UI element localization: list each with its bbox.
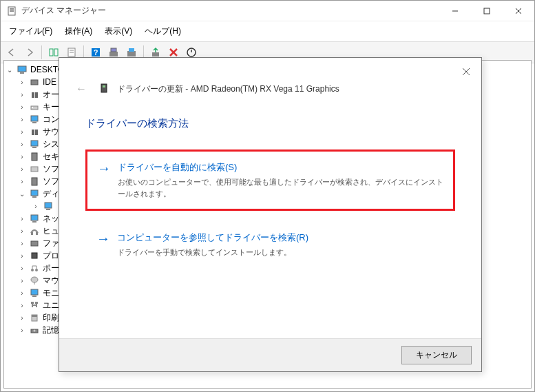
- svg-rect-30: [32, 122, 36, 123]
- device-category-icon: [29, 188, 40, 199]
- option-content: コンピューターを参照してドライバーを検索(R) ドライバーを手動で検索してインス…: [117, 231, 444, 258]
- device-category-icon: [29, 151, 40, 162]
- expand-toggle-icon[interactable]: ›: [18, 152, 26, 161]
- expand-toggle-icon[interactable]: ›: [18, 90, 26, 99]
- svg-rect-18: [152, 52, 159, 56]
- svg-rect-29: [31, 116, 38, 121]
- svg-rect-35: [32, 153, 37, 161]
- menu-action[interactable]: 操作(A): [59, 23, 98, 40]
- svg-rect-44: [31, 232, 33, 235]
- svg-rect-28: [32, 107, 33, 108]
- svg-rect-43: [32, 221, 36, 223]
- expand-toggle-icon[interactable]: ›: [18, 103, 26, 111]
- tree-item-label: 印刷: [43, 312, 59, 324]
- computer-icon: [17, 64, 28, 75]
- device-category-icon: [29, 213, 40, 224]
- expand-toggle-icon[interactable]: ›: [18, 227, 26, 235]
- option-auto-search[interactable]: → ドライバーを自動的に検索(S) お使いのコンピューターで、使用可能な最も適し…: [85, 149, 455, 211]
- svg-rect-2: [10, 10, 14, 12]
- menu-help[interactable]: ヘルプ(H): [139, 23, 187, 40]
- svg-rect-33: [31, 141, 38, 146]
- expand-toggle-icon[interactable]: ›: [18, 165, 26, 173]
- svg-point-49: [35, 269, 38, 271]
- device-category-icon: [29, 138, 40, 149]
- svg-rect-55: [35, 302, 38, 304]
- tree-item-label: ソフ: [43, 176, 59, 187]
- svg-rect-38: [31, 190, 38, 196]
- tree-item-label: ディ: [43, 188, 59, 200]
- device-category-icon: [43, 200, 54, 212]
- device-icon: [99, 83, 110, 94]
- menu-file[interactable]: ファイル(F): [3, 23, 58, 40]
- tree-item-label: キー: [43, 101, 59, 113]
- expand-toggle-icon[interactable]: ›: [18, 326, 26, 334]
- svg-rect-42: [31, 215, 38, 220]
- device-category-icon: [29, 176, 40, 187]
- device-category-icon: [29, 287, 40, 298]
- tree-item-label: プロ: [43, 250, 59, 262]
- option-description: ドライバーを手動で検索してインストールします。: [117, 247, 444, 258]
- expand-toggle-icon[interactable]: ⌄: [6, 65, 14, 74]
- option-content: ドライバーを自動的に検索(S) お使いのコンピューターで、使用可能な最も適したド…: [118, 161, 443, 199]
- expand-toggle-icon[interactable]: ›: [18, 239, 26, 247]
- tree-item-label: ファ: [43, 238, 59, 249]
- svg-rect-54: [31, 302, 34, 304]
- svg-rect-8: [54, 49, 58, 56]
- svg-rect-45: [36, 232, 38, 235]
- option-description: お使いのコンピューターで、使用可能な最も適したドライバーが検索され、デバイスにイ…: [118, 176, 443, 199]
- dialog-body: ドライバーの検索方法 → ドライバーを自動的に検索(S) お使いのコンピューター…: [59, 103, 481, 293]
- expand-toggle-icon[interactable]: ⌄: [18, 189, 26, 198]
- svg-point-48: [31, 269, 34, 271]
- tree-item-label: IDE: [43, 77, 56, 87]
- svg-rect-46: [31, 241, 38, 246]
- option-title: コンピューターを参照してドライバーを検索(R): [117, 231, 444, 244]
- expand-toggle-icon[interactable]: ›: [18, 313, 26, 322]
- expand-toggle-icon[interactable]: ›: [18, 127, 26, 136]
- window-title: デバイス マネージャー: [21, 5, 439, 17]
- device-category-icon: [29, 250, 40, 261]
- expand-toggle-icon[interactable]: ›: [32, 202, 40, 210]
- svg-text:?: ?: [94, 48, 98, 56]
- tree-item-label: コン: [43, 114, 59, 125]
- minimize-button[interactable]: [439, 1, 471, 21]
- svg-rect-52: [31, 289, 38, 295]
- svg-rect-15: [111, 48, 116, 52]
- maximize-button[interactable]: [471, 1, 503, 21]
- svg-rect-25: [32, 92, 34, 98]
- device-category-icon: [29, 163, 40, 174]
- expand-toggle-icon[interactable]: ›: [18, 140, 26, 148]
- svg-rect-41: [46, 209, 50, 210]
- expand-toggle-icon[interactable]: ›: [18, 214, 26, 223]
- tree-item-label: シス: [43, 138, 59, 150]
- svg-rect-22: [18, 66, 26, 72]
- tree-item-label: ソフ: [43, 163, 59, 175]
- device-category-icon: [29, 126, 40, 137]
- dialog-close-button[interactable]: [459, 65, 473, 79]
- device-category-icon: [29, 324, 40, 336]
- menu-view[interactable]: 表示(V): [99, 23, 138, 40]
- option-title: ドライバーを自動的に検索(S): [118, 161, 443, 174]
- expand-toggle-icon[interactable]: ›: [18, 78, 26, 86]
- close-button[interactable]: [503, 1, 534, 21]
- svg-rect-1: [10, 8, 14, 10]
- expand-toggle-icon[interactable]: ›: [18, 115, 26, 123]
- tree-item-label: マウ: [43, 275, 59, 287]
- expand-toggle-icon[interactable]: ›: [18, 264, 26, 272]
- app-icon: [6, 6, 17, 17]
- back-arrow-icon: ←: [76, 83, 87, 95]
- arrow-right-icon: →: [96, 231, 110, 258]
- svg-rect-62: [101, 84, 107, 92]
- expand-toggle-icon[interactable]: ›: [18, 301, 26, 309]
- svg-rect-63: [103, 85, 105, 87]
- expand-toggle-icon[interactable]: ›: [18, 177, 26, 185]
- option-browse-computer[interactable]: → コンピューターを参照してドライバーを検索(R) ドライバーを手動で検索してイ…: [85, 220, 455, 269]
- svg-rect-17: [129, 48, 134, 52]
- expand-toggle-icon[interactable]: ›: [18, 289, 26, 297]
- expand-toggle-icon[interactable]: ›: [18, 276, 26, 285]
- cancel-button[interactable]: キャンセル: [401, 346, 472, 364]
- svg-rect-37: [32, 178, 37, 185]
- device-category-icon: [29, 225, 40, 236]
- tree-item-label: ネッ: [43, 213, 59, 225]
- device-category-icon: [29, 114, 40, 125]
- expand-toggle-icon[interactable]: ›: [18, 251, 26, 260]
